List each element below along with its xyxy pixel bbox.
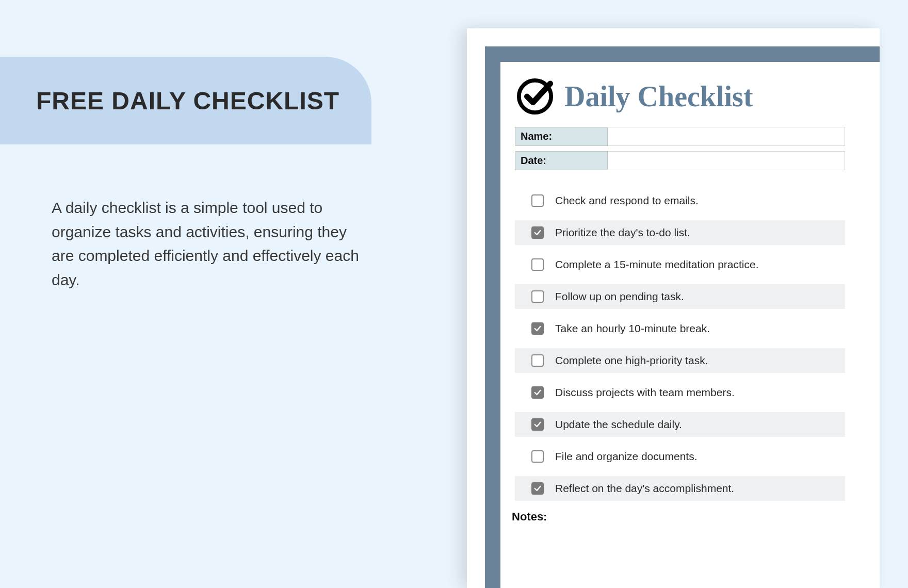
document-header: Daily Checklist bbox=[515, 76, 880, 117]
name-field-row: Name: bbox=[515, 127, 845, 146]
checklist-item: Check and respond to emails. bbox=[515, 188, 845, 213]
checklist-item: Prioritize the day's to-do list. bbox=[515, 220, 845, 245]
checkbox[interactable] bbox=[531, 450, 544, 463]
name-label: Name: bbox=[515, 127, 608, 146]
checklist-item: Reflect on the day's accomplishment. bbox=[515, 476, 845, 501]
checklist-item-text: Check and respond to emails. bbox=[555, 194, 699, 207]
checkmark-logo-icon bbox=[515, 76, 555, 117]
left-panel: FREE DAILY CHECKLIST A daily checklist i… bbox=[0, 0, 454, 588]
checkbox[interactable] bbox=[531, 290, 544, 303]
date-label: Date: bbox=[515, 151, 608, 170]
description-text: A daily checklist is a simple tool used … bbox=[52, 196, 361, 292]
document-title: Daily Checklist bbox=[564, 80, 753, 113]
checkbox[interactable] bbox=[531, 194, 544, 207]
checkbox[interactable] bbox=[531, 226, 544, 239]
notes-label: Notes: bbox=[512, 510, 880, 524]
checkbox[interactable] bbox=[531, 482, 544, 495]
checklist-item: Complete one high-priority task. bbox=[515, 348, 845, 373]
checklist-item: Complete a 15-minute meditation practice… bbox=[515, 252, 845, 277]
date-field-row: Date: bbox=[515, 151, 845, 170]
checkbox[interactable] bbox=[531, 354, 544, 367]
checklist-item-text: Complete a 15-minute meditation practice… bbox=[555, 258, 759, 271]
checklist-item: Discuss projects with team members. bbox=[515, 380, 845, 405]
title-banner: FREE DAILY CHECKLIST bbox=[0, 57, 371, 144]
checklist-item-text: Reflect on the day's accomplishment. bbox=[555, 482, 734, 495]
checklist: Check and respond to emails.Prioritize t… bbox=[515, 188, 845, 501]
checkbox[interactable] bbox=[531, 418, 544, 431]
checklist-item: File and organize documents. bbox=[515, 444, 845, 469]
checkbox[interactable] bbox=[531, 258, 544, 271]
checklist-item: Follow up on pending task. bbox=[515, 284, 845, 309]
checklist-item-text: Complete one high-priority task. bbox=[555, 354, 708, 367]
checklist-item-text: File and organize documents. bbox=[555, 450, 698, 463]
checkbox[interactable] bbox=[531, 322, 544, 335]
page-title: FREE DAILY CHECKLIST bbox=[36, 87, 339, 115]
document-preview: Daily Checklist Name: Date: Check and re… bbox=[467, 28, 880, 588]
name-input[interactable] bbox=[608, 127, 845, 146]
checklist-item: Update the schedule daily. bbox=[515, 412, 845, 437]
date-input[interactable] bbox=[608, 151, 845, 170]
document-frame: Daily Checklist Name: Date: Check and re… bbox=[485, 46, 880, 588]
checklist-item-text: Follow up on pending task. bbox=[555, 290, 684, 303]
checklist-item: Take an hourly 10-minute break. bbox=[515, 316, 845, 341]
checkbox[interactable] bbox=[531, 386, 544, 399]
checklist-item-text: Discuss projects with team members. bbox=[555, 386, 735, 399]
checklist-item-text: Update the schedule daily. bbox=[555, 418, 682, 431]
checklist-item-text: Take an hourly 10-minute break. bbox=[555, 322, 710, 335]
checklist-item-text: Prioritize the day's to-do list. bbox=[555, 226, 690, 239]
